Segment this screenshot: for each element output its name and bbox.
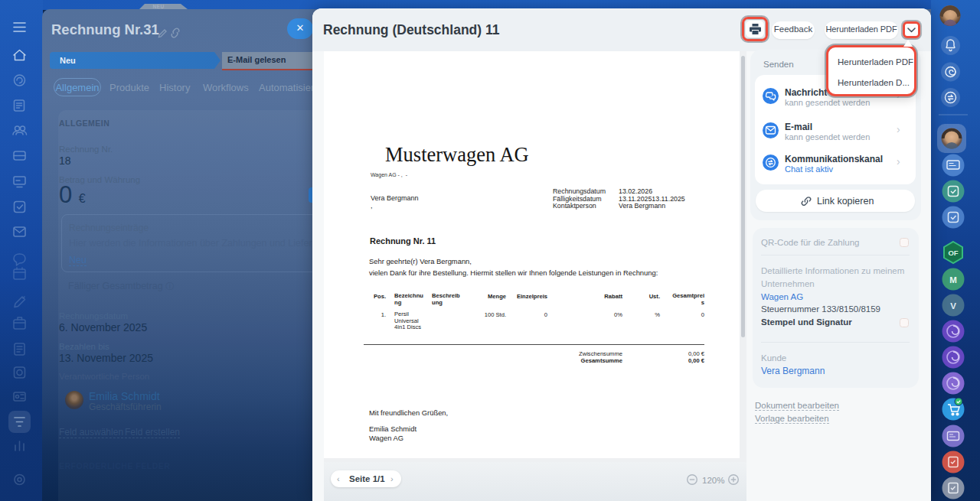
svg-text:M: M — [949, 275, 957, 285]
svg-text:OF: OF — [948, 249, 958, 257]
svg-text:120%: 120% — [702, 476, 724, 485]
svg-text:V: V — [950, 301, 956, 311]
